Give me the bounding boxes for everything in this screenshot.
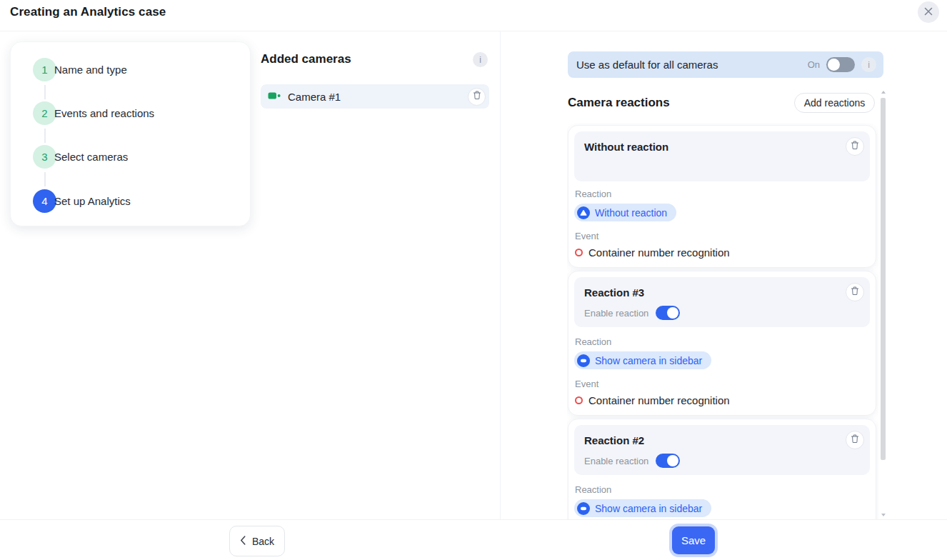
scrollbar-up-arrow[interactable]	[881, 91, 886, 94]
event-status-icon	[575, 396, 583, 404]
delete-camera-button[interactable]	[468, 88, 486, 106]
save-button[interactable]: Save	[672, 526, 715, 554]
reaction-card-header: Reaction #2 Enable reaction	[574, 425, 870, 475]
reaction-chip-label: Show camera in sidebar	[595, 355, 702, 366]
reaction-chip[interactable]: Show camera in sidebar	[574, 351, 711, 369]
reaction-chip[interactable]: Show camera in sidebar	[574, 499, 711, 517]
camera-reactions-title: Camera reactions	[568, 96, 670, 110]
camera-name: Camera #1	[288, 91, 341, 103]
step-3-label[interactable]: Select cameras	[54, 151, 128, 163]
delete-reaction-button[interactable]	[846, 137, 864, 156]
camera-icon	[268, 90, 281, 103]
reaction-chip-label: Without reaction	[595, 207, 667, 219]
default-toggle[interactable]	[826, 57, 855, 72]
toggle-knob	[828, 59, 840, 71]
page-title: Creating an Analytics case	[10, 5, 166, 19]
added-cameras-title: Added cameras	[261, 52, 351, 66]
info-icon[interactable]: i	[861, 57, 876, 72]
reaction-label: Reaction	[575, 484, 870, 495]
step-4-label[interactable]: Set up Analytics	[54, 195, 131, 207]
enable-reaction-toggle[interactable]	[656, 306, 680, 320]
step-connector	[44, 129, 46, 143]
panel-divider	[500, 31, 501, 519]
step-connector	[44, 172, 46, 186]
toggle-knob	[667, 307, 678, 319]
step-connector	[44, 85, 46, 99]
analytics-case-dialog: Creating an Analytics case 1 Name and ty…	[0, 0, 947, 560]
toggle-knob	[667, 455, 678, 466]
reaction-card-3: Reaction #3 Enable reaction Reaction Sho…	[568, 271, 876, 416]
back-button-label: Back	[252, 536, 274, 547]
steps-panel: 1 Name and type 2 Events and reactions 3…	[10, 41, 251, 226]
event-label: Event	[575, 379, 870, 389]
toggle-state-label: On	[808, 59, 820, 70]
reaction-card-2: Reaction #2 Enable reaction Reaction Sho…	[568, 419, 876, 519]
step-4-circle[interactable]: 4	[33, 189, 56, 213]
dialog-footer: Back Save	[0, 519, 947, 560]
reaction-card-title: Reaction #2	[584, 434, 860, 446]
reaction-chip[interactable]: Without reaction	[574, 204, 676, 221]
reaction-label: Reaction	[575, 336, 870, 347]
step-3-number: 3	[41, 151, 47, 163]
step-2-label[interactable]: Events and reactions	[54, 107, 154, 119]
camera-list-item[interactable]: Camera #1	[261, 84, 489, 109]
step-1-circle[interactable]: 1	[33, 58, 56, 81]
event-name: Container number recognition	[588, 246, 730, 259]
show-camera-icon	[577, 502, 590, 515]
chevron-left-icon	[240, 536, 246, 547]
banner-label: Use as default for all cameras	[576, 59, 718, 71]
step-2-number: 2	[41, 107, 47, 119]
scrollbar-thumb[interactable]	[881, 98, 886, 460]
step-1-label[interactable]: Name and type	[54, 64, 127, 76]
close-button[interactable]	[918, 1, 939, 23]
add-reactions-button[interactable]: Add reactions	[794, 93, 875, 113]
delete-reaction-button[interactable]	[846, 283, 864, 301]
delete-reaction-button[interactable]	[846, 431, 864, 449]
reactions-scroll-area: Without reaction Reaction Without reacti…	[567, 123, 878, 519]
save-button-focus-ring: Save	[669, 524, 718, 557]
info-icon[interactable]: i	[473, 52, 488, 67]
without-reaction-icon	[577, 206, 590, 219]
event-row: Container number recognition	[575, 394, 870, 406]
event-name: Container number recognition	[588, 394, 730, 406]
show-camera-icon	[577, 354, 590, 367]
reaction-card-title: Reaction #3	[584, 286, 860, 299]
scrollbar-down-arrow[interactable]	[881, 514, 886, 516]
trash-icon	[851, 286, 859, 298]
trash-icon	[851, 434, 859, 446]
reaction-label: Reaction	[575, 189, 870, 199]
enable-reaction-label: Enable reaction	[584, 456, 648, 466]
trash-icon	[473, 91, 481, 102]
step-2-circle[interactable]: 2	[33, 101, 56, 125]
trash-icon	[851, 141, 859, 152]
reaction-chip-label: Show camera in sidebar	[595, 503, 702, 514]
step-4-number: 4	[41, 195, 47, 207]
reaction-card-header: Reaction #3 Enable reaction	[574, 277, 870, 327]
dialog-header: Creating an Analytics case	[0, 0, 947, 31]
reaction-card-title: Without reaction	[584, 141, 860, 153]
step-1-number: 1	[41, 64, 47, 76]
event-status-icon	[575, 249, 583, 256]
event-label: Event	[575, 231, 870, 241]
close-icon	[924, 7, 933, 18]
reaction-card-header: Without reaction	[574, 131, 870, 181]
step-3-circle[interactable]: 3	[33, 145, 56, 169]
default-for-all-cameras-banner: Use as default for all cameras On i	[568, 51, 883, 78]
back-button[interactable]: Back	[229, 526, 285, 556]
reaction-card-without-reaction: Without reaction Reaction Without reacti…	[568, 125, 876, 268]
enable-reaction-label: Enable reaction	[584, 308, 648, 319]
enable-reaction-toggle[interactable]	[656, 454, 680, 468]
event-row: Container number recognition	[575, 246, 870, 259]
